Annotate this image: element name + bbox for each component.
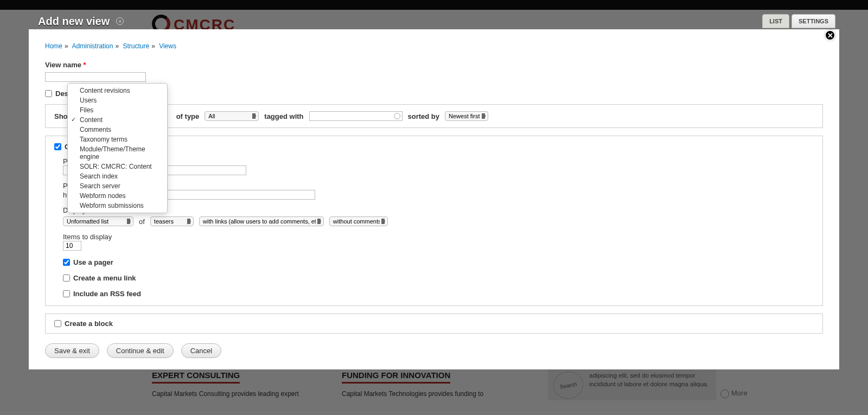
sorted-by-select[interactable]: Newest first bbox=[445, 111, 488, 121]
show-option[interactable]: Search index bbox=[68, 171, 167, 181]
menu-link-checkbox[interactable] bbox=[63, 274, 70, 282]
links-select[interactable]: with links (allow users to add comments,… bbox=[199, 216, 324, 226]
display-format-select[interactable]: Unformatted list bbox=[63, 216, 133, 226]
view-name-input[interactable] bbox=[45, 72, 146, 82]
comments-select[interactable]: without comments bbox=[329, 216, 388, 226]
overlay-titlebar: Add new view + bbox=[0, 13, 868, 29]
view-name-label: View name * bbox=[45, 61, 823, 69]
close-icon[interactable]: ✕ bbox=[825, 30, 835, 41]
throbber-icon bbox=[394, 113, 400, 119]
create-block-fieldset: Create a block bbox=[45, 314, 823, 334]
path-label: Path bbox=[63, 182, 814, 190]
cancel-button[interactable]: Cancel bbox=[181, 343, 221, 358]
rss-checkbox[interactable] bbox=[63, 290, 70, 297]
page-title-label: Page title bbox=[63, 157, 814, 165]
page-title: Add new view bbox=[38, 15, 110, 28]
breadcrumb-structure[interactable]: Structure bbox=[123, 42, 149, 50]
items-label: Items to display bbox=[63, 233, 814, 241]
tab-settings[interactable]: SETTINGS bbox=[792, 14, 835, 28]
rss-label: Include an RSS feed bbox=[73, 290, 141, 298]
of-type-select[interactable]: All bbox=[205, 111, 259, 121]
show-option[interactable]: Files bbox=[68, 105, 167, 115]
tagged-with-label: tagged with bbox=[264, 112, 303, 120]
tab-buttons: LIST SETTINGS bbox=[762, 14, 835, 28]
of-label: of bbox=[139, 218, 145, 226]
description-checkbox[interactable] bbox=[45, 90, 52, 97]
create-block-checkbox[interactable] bbox=[54, 320, 61, 327]
menu-link-label: Create a menu link bbox=[73, 274, 136, 282]
row-style-select[interactable]: teasers bbox=[150, 216, 194, 226]
breadcrumb-administration[interactable]: Administration bbox=[72, 42, 113, 50]
sorted-by-label: sorted by bbox=[408, 112, 440, 120]
breadcrumb: Home» Administration» Structure» Views bbox=[45, 42, 823, 50]
of-type-label: of type bbox=[176, 112, 200, 120]
show-option[interactable]: Webform submissions bbox=[68, 201, 167, 210]
show-select-popup[interactable]: Content revisionsUsersFilesContentCommen… bbox=[67, 83, 168, 213]
use-pager-checkbox[interactable] bbox=[63, 259, 70, 266]
show-option[interactable]: Content bbox=[68, 115, 167, 125]
add-shortcut-icon[interactable]: + bbox=[116, 17, 124, 25]
show-option[interactable]: Users bbox=[68, 95, 167, 105]
create-page-checkbox[interactable] bbox=[54, 143, 61, 150]
show-option[interactable]: SOLR: CMCRC: Content bbox=[68, 162, 167, 171]
show-option[interactable]: Webform nodes bbox=[68, 191, 167, 201]
continue-edit-button[interactable]: Continue & edit bbox=[107, 343, 174, 358]
tagged-with-input[interactable] bbox=[309, 111, 403, 121]
tab-list[interactable]: LIST bbox=[762, 14, 789, 28]
show-option[interactable]: Module/Theme/Theme engine bbox=[68, 144, 167, 162]
breadcrumb-views[interactable]: Views bbox=[159, 42, 176, 50]
show-option[interactable]: Search server bbox=[68, 181, 167, 191]
show-option[interactable]: Taxonomy terms bbox=[68, 135, 167, 144]
display-format-label: Display format bbox=[63, 206, 814, 214]
create-block-label: Create a block bbox=[65, 320, 113, 328]
show-option[interactable]: Content revisions bbox=[68, 86, 167, 95]
items-input[interactable] bbox=[63, 241, 81, 251]
save-exit-button[interactable]: Save & exit bbox=[45, 343, 99, 358]
breadcrumb-home[interactable]: Home bbox=[45, 42, 62, 50]
use-pager-label: Use a pager bbox=[73, 258, 113, 266]
show-option[interactable]: Comments bbox=[68, 125, 167, 135]
